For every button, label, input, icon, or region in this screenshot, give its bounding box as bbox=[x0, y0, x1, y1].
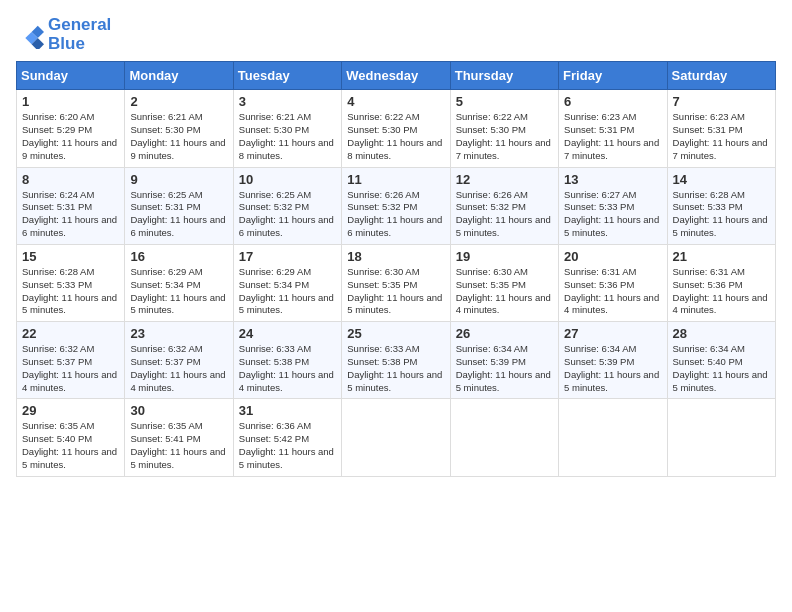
day-number: 24 bbox=[239, 326, 336, 341]
cell-content: Sunrise: 6:25 AMSunset: 5:32 PMDaylight:… bbox=[239, 189, 336, 240]
day-number: 23 bbox=[130, 326, 227, 341]
day-number: 22 bbox=[22, 326, 119, 341]
cell-content: Sunrise: 6:30 AMSunset: 5:35 PMDaylight:… bbox=[456, 266, 553, 317]
day-number: 9 bbox=[130, 172, 227, 187]
cell-content: Sunrise: 6:35 AMSunset: 5:40 PMDaylight:… bbox=[22, 420, 119, 471]
day-number: 2 bbox=[130, 94, 227, 109]
day-number: 1 bbox=[22, 94, 119, 109]
calendar-cell: 6Sunrise: 6:23 AMSunset: 5:31 PMDaylight… bbox=[559, 90, 667, 167]
cell-content: Sunrise: 6:26 AMSunset: 5:32 PMDaylight:… bbox=[347, 189, 444, 240]
day-number: 28 bbox=[673, 326, 770, 341]
logo-line2: Blue bbox=[48, 35, 111, 54]
calendar-week-4: 22Sunrise: 6:32 AMSunset: 5:37 PMDayligh… bbox=[17, 322, 776, 399]
weekday-header-thursday: Thursday bbox=[450, 62, 558, 90]
calendar-cell: 10Sunrise: 6:25 AMSunset: 5:32 PMDayligh… bbox=[233, 167, 341, 244]
cell-content: Sunrise: 6:34 AMSunset: 5:40 PMDaylight:… bbox=[673, 343, 770, 394]
calendar-cell: 8Sunrise: 6:24 AMSunset: 5:31 PMDaylight… bbox=[17, 167, 125, 244]
day-number: 26 bbox=[456, 326, 553, 341]
calendar-cell: 13Sunrise: 6:27 AMSunset: 5:33 PMDayligh… bbox=[559, 167, 667, 244]
calendar-header-row: SundayMondayTuesdayWednesdayThursdayFrid… bbox=[17, 62, 776, 90]
cell-content: Sunrise: 6:22 AMSunset: 5:30 PMDaylight:… bbox=[456, 111, 553, 162]
calendar-week-2: 8Sunrise: 6:24 AMSunset: 5:31 PMDaylight… bbox=[17, 167, 776, 244]
cell-content: Sunrise: 6:21 AMSunset: 5:30 PMDaylight:… bbox=[130, 111, 227, 162]
calendar-cell: 21Sunrise: 6:31 AMSunset: 5:36 PMDayligh… bbox=[667, 244, 775, 321]
day-number: 17 bbox=[239, 249, 336, 264]
cell-content: Sunrise: 6:28 AMSunset: 5:33 PMDaylight:… bbox=[22, 266, 119, 317]
calendar-cell: 4Sunrise: 6:22 AMSunset: 5:30 PMDaylight… bbox=[342, 90, 450, 167]
calendar-cell: 3Sunrise: 6:21 AMSunset: 5:30 PMDaylight… bbox=[233, 90, 341, 167]
cell-content: Sunrise: 6:28 AMSunset: 5:33 PMDaylight:… bbox=[673, 189, 770, 240]
day-number: 6 bbox=[564, 94, 661, 109]
cell-content: Sunrise: 6:34 AMSunset: 5:39 PMDaylight:… bbox=[456, 343, 553, 394]
calendar-cell: 23Sunrise: 6:32 AMSunset: 5:37 PMDayligh… bbox=[125, 322, 233, 399]
weekday-header-sunday: Sunday bbox=[17, 62, 125, 90]
day-number: 3 bbox=[239, 94, 336, 109]
calendar-cell bbox=[559, 399, 667, 476]
calendar-cell: 12Sunrise: 6:26 AMSunset: 5:32 PMDayligh… bbox=[450, 167, 558, 244]
weekday-header-wednesday: Wednesday bbox=[342, 62, 450, 90]
calendar-cell: 2Sunrise: 6:21 AMSunset: 5:30 PMDaylight… bbox=[125, 90, 233, 167]
cell-content: Sunrise: 6:23 AMSunset: 5:31 PMDaylight:… bbox=[564, 111, 661, 162]
calendar-week-1: 1Sunrise: 6:20 AMSunset: 5:29 PMDaylight… bbox=[17, 90, 776, 167]
calendar-cell: 22Sunrise: 6:32 AMSunset: 5:37 PMDayligh… bbox=[17, 322, 125, 399]
day-number: 11 bbox=[347, 172, 444, 187]
calendar-cell: 31Sunrise: 6:36 AMSunset: 5:42 PMDayligh… bbox=[233, 399, 341, 476]
calendar-cell: 11Sunrise: 6:26 AMSunset: 5:32 PMDayligh… bbox=[342, 167, 450, 244]
cell-content: Sunrise: 6:34 AMSunset: 5:39 PMDaylight:… bbox=[564, 343, 661, 394]
day-number: 10 bbox=[239, 172, 336, 187]
calendar-cell: 1Sunrise: 6:20 AMSunset: 5:29 PMDaylight… bbox=[17, 90, 125, 167]
calendar-cell: 16Sunrise: 6:29 AMSunset: 5:34 PMDayligh… bbox=[125, 244, 233, 321]
day-number: 12 bbox=[456, 172, 553, 187]
day-number: 4 bbox=[347, 94, 444, 109]
day-number: 31 bbox=[239, 403, 336, 418]
cell-content: Sunrise: 6:27 AMSunset: 5:33 PMDaylight:… bbox=[564, 189, 661, 240]
calendar-cell: 9Sunrise: 6:25 AMSunset: 5:31 PMDaylight… bbox=[125, 167, 233, 244]
cell-content: Sunrise: 6:36 AMSunset: 5:42 PMDaylight:… bbox=[239, 420, 336, 471]
cell-content: Sunrise: 6:33 AMSunset: 5:38 PMDaylight:… bbox=[347, 343, 444, 394]
calendar-cell: 25Sunrise: 6:33 AMSunset: 5:38 PMDayligh… bbox=[342, 322, 450, 399]
cell-content: Sunrise: 6:32 AMSunset: 5:37 PMDaylight:… bbox=[130, 343, 227, 394]
cell-content: Sunrise: 6:31 AMSunset: 5:36 PMDaylight:… bbox=[564, 266, 661, 317]
cell-content: Sunrise: 6:29 AMSunset: 5:34 PMDaylight:… bbox=[239, 266, 336, 317]
day-number: 19 bbox=[456, 249, 553, 264]
day-number: 21 bbox=[673, 249, 770, 264]
day-number: 7 bbox=[673, 94, 770, 109]
calendar-cell: 5Sunrise: 6:22 AMSunset: 5:30 PMDaylight… bbox=[450, 90, 558, 167]
logo-line1: General bbox=[48, 16, 111, 35]
day-number: 27 bbox=[564, 326, 661, 341]
calendar-cell: 14Sunrise: 6:28 AMSunset: 5:33 PMDayligh… bbox=[667, 167, 775, 244]
logo-area: General Blue bbox=[16, 16, 111, 53]
cell-content: Sunrise: 6:20 AMSunset: 5:29 PMDaylight:… bbox=[22, 111, 119, 162]
page-container: General Blue SundayMondayTuesdayWednesda… bbox=[16, 16, 776, 477]
day-number: 13 bbox=[564, 172, 661, 187]
day-number: 20 bbox=[564, 249, 661, 264]
cell-content: Sunrise: 6:31 AMSunset: 5:36 PMDaylight:… bbox=[673, 266, 770, 317]
calendar-cell: 24Sunrise: 6:33 AMSunset: 5:38 PMDayligh… bbox=[233, 322, 341, 399]
weekday-header-saturday: Saturday bbox=[667, 62, 775, 90]
calendar-cell: 17Sunrise: 6:29 AMSunset: 5:34 PMDayligh… bbox=[233, 244, 341, 321]
cell-content: Sunrise: 6:22 AMSunset: 5:30 PMDaylight:… bbox=[347, 111, 444, 162]
calendar-table: SundayMondayTuesdayWednesdayThursdayFrid… bbox=[16, 61, 776, 476]
calendar-cell: 27Sunrise: 6:34 AMSunset: 5:39 PMDayligh… bbox=[559, 322, 667, 399]
header: General Blue bbox=[16, 16, 776, 53]
calendar-cell: 19Sunrise: 6:30 AMSunset: 5:35 PMDayligh… bbox=[450, 244, 558, 321]
calendar-cell: 18Sunrise: 6:30 AMSunset: 5:35 PMDayligh… bbox=[342, 244, 450, 321]
logo-icon bbox=[16, 21, 44, 49]
cell-content: Sunrise: 6:35 AMSunset: 5:41 PMDaylight:… bbox=[130, 420, 227, 471]
calendar-week-5: 29Sunrise: 6:35 AMSunset: 5:40 PMDayligh… bbox=[17, 399, 776, 476]
calendar-cell: 28Sunrise: 6:34 AMSunset: 5:40 PMDayligh… bbox=[667, 322, 775, 399]
cell-content: Sunrise: 6:29 AMSunset: 5:34 PMDaylight:… bbox=[130, 266, 227, 317]
weekday-header-friday: Friday bbox=[559, 62, 667, 90]
calendar-cell: 30Sunrise: 6:35 AMSunset: 5:41 PMDayligh… bbox=[125, 399, 233, 476]
cell-content: Sunrise: 6:25 AMSunset: 5:31 PMDaylight:… bbox=[130, 189, 227, 240]
calendar-cell: 20Sunrise: 6:31 AMSunset: 5:36 PMDayligh… bbox=[559, 244, 667, 321]
cell-content: Sunrise: 6:30 AMSunset: 5:35 PMDaylight:… bbox=[347, 266, 444, 317]
weekday-header-tuesday: Tuesday bbox=[233, 62, 341, 90]
calendar-week-3: 15Sunrise: 6:28 AMSunset: 5:33 PMDayligh… bbox=[17, 244, 776, 321]
day-number: 15 bbox=[22, 249, 119, 264]
day-number: 5 bbox=[456, 94, 553, 109]
calendar-cell: 26Sunrise: 6:34 AMSunset: 5:39 PMDayligh… bbox=[450, 322, 558, 399]
calendar-cell bbox=[450, 399, 558, 476]
calendar-cell bbox=[667, 399, 775, 476]
weekday-header-monday: Monday bbox=[125, 62, 233, 90]
